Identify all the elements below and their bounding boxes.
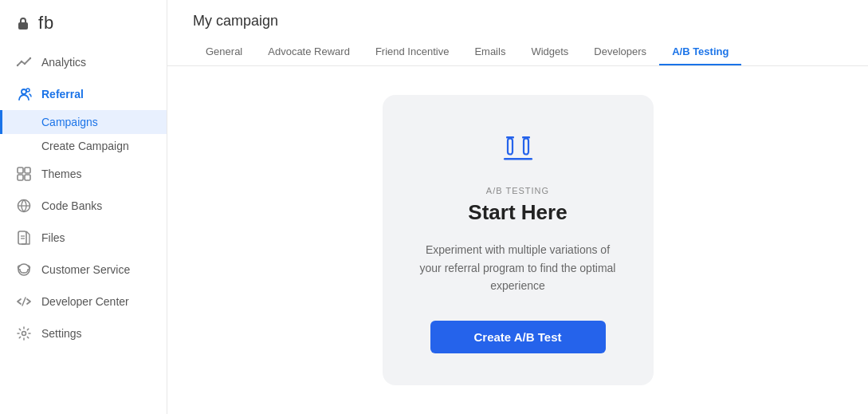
ab-card-label: A/B TESTING	[486, 186, 549, 195]
svg-rect-23	[504, 158, 532, 160]
svg-rect-7	[18, 168, 23, 173]
analytics-icon	[16, 54, 32, 70]
svg-line-17	[22, 298, 26, 306]
tab-ab-testing[interactable]: A/B Testing	[659, 39, 741, 65]
ab-start-card: A/B TESTING Start Here Experiment with m…	[383, 95, 654, 384]
logo-text: fb	[38, 13, 54, 34]
svg-rect-22	[524, 139, 528, 155]
developer-center-icon	[16, 294, 32, 310]
svg-point-1	[17, 65, 18, 66]
svg-rect-0	[18, 22, 28, 30]
main-content: My campaign General Advocate Reward Frie…	[167, 0, 868, 414]
sidebar-item-files[interactable]: Files	[0, 222, 167, 254]
customer-service-icon	[16, 262, 32, 278]
tab-emails[interactable]: Emails	[461, 39, 518, 65]
settings-icon	[16, 325, 32, 341]
svg-point-4	[29, 57, 31, 59]
page-title: My campaign	[193, 13, 842, 30]
tab-general[interactable]: General	[193, 39, 255, 65]
ab-card-description: Experiment with multiple variations of y…	[414, 241, 622, 294]
svg-point-2	[21, 61, 22, 62]
themes-icon	[16, 166, 32, 182]
sidebar-item-settings[interactable]: Settings	[0, 317, 167, 349]
svg-point-6	[26, 89, 29, 92]
svg-rect-13	[18, 231, 26, 244]
test-tubes-icon	[500, 133, 536, 170]
sidebar-item-analytics[interactable]: Analytics	[0, 46, 167, 78]
ab-testing-content: A/B TESTING Start Here Experiment with m…	[167, 66, 868, 414]
sidebar: fb Analytics	[0, 0, 167, 414]
tab-friend-incentive[interactable]: Friend Incentive	[363, 39, 462, 65]
tab-developers[interactable]: Developers	[581, 39, 659, 65]
sidebar-item-themes-label: Themes	[41, 168, 82, 180]
code-banks-icon	[16, 198, 32, 214]
sidebar-item-code-banks[interactable]: Code Banks	[0, 190, 167, 222]
sidebar-navigation: Analytics Referral Campaigns Create Camp…	[0, 43, 167, 353]
sidebar-item-developer-center[interactable]: Developer Center	[0, 286, 167, 317]
sidebar-create-campaign-label: Create Campaign	[41, 140, 129, 152]
svg-point-18	[22, 332, 26, 336]
sidebar-item-customer-service[interactable]: Customer Service	[0, 254, 167, 286]
svg-rect-20	[508, 139, 513, 155]
svg-point-5	[22, 89, 26, 94]
svg-rect-8	[25, 168, 30, 173]
svg-rect-10	[25, 175, 30, 180]
logo-area: fb	[0, 0, 167, 43]
sidebar-item-customer-service-label: Customer Service	[41, 263, 130, 276]
ab-card-title: Start Here	[468, 200, 567, 225]
sidebar-campaigns-label: Campaigns	[41, 116, 98, 128]
sidebar-item-create-campaign[interactable]: Create Campaign	[0, 134, 167, 158]
svg-point-3	[24, 63, 26, 65]
tab-advocate-reward[interactable]: Advocate Reward	[255, 39, 363, 65]
sidebar-item-campaigns[interactable]: Campaigns	[0, 110, 167, 134]
tab-widgets[interactable]: Widgets	[518, 39, 581, 65]
sidebar-item-developer-center-label: Developer Center	[41, 295, 129, 308]
sidebar-item-themes[interactable]: Themes	[0, 158, 167, 190]
sidebar-item-referral[interactable]: Referral	[0, 78, 167, 110]
create-ab-test-button[interactable]: Create A/B Test	[430, 321, 606, 353]
logo-lock-icon	[16, 16, 30, 30]
tab-bar: General Advocate Reward Friend Incentive…	[193, 39, 842, 65]
referral-icon	[16, 86, 32, 102]
sidebar-item-files-label: Files	[41, 231, 65, 244]
referral-sub-nav: Campaigns Create Campaign	[0, 110, 167, 158]
main-header: My campaign General Advocate Reward Frie…	[167, 0, 868, 66]
files-icon	[16, 230, 32, 246]
sidebar-item-referral-label: Referral	[41, 88, 84, 101]
svg-rect-9	[18, 175, 23, 180]
sidebar-item-analytics-label: Analytics	[41, 56, 86, 69]
sidebar-item-code-banks-label: Code Banks	[41, 199, 102, 212]
sidebar-item-settings-label: Settings	[41, 327, 82, 340]
